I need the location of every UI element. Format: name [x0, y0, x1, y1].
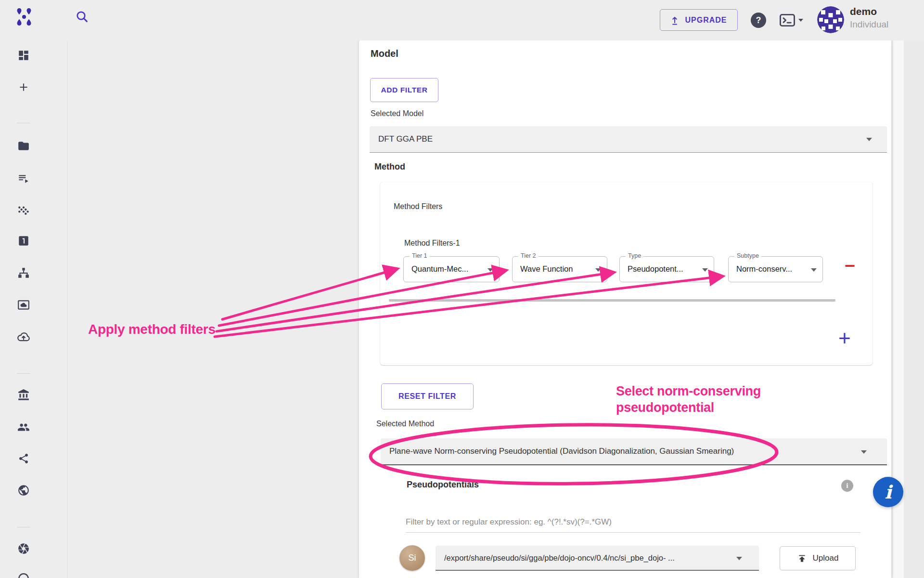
- info-label: i: [847, 482, 848, 490]
- dropdown-caret-icon: [861, 450, 867, 454]
- people-icon: [17, 421, 30, 434]
- reset-filter-button[interactable]: RESET FILTER: [381, 383, 474, 409]
- sidebar-item-dashboard[interactable]: [16, 48, 31, 63]
- shutter-wheel-partial-icon: [17, 572, 30, 578]
- filter-type-value: Pseudopotent...: [628, 264, 683, 274]
- dropdown-caret-icon: [488, 268, 493, 272]
- selected-method-label: Selected Method: [376, 420, 434, 428]
- publish-icon: [797, 553, 807, 564]
- user-avatar[interactable]: [817, 6, 844, 33]
- documentation-info-button[interactable]: i: [873, 477, 903, 507]
- chevron-down-icon: [798, 18, 804, 22]
- upload-label: Upload: [813, 553, 839, 563]
- info-icon[interactable]: i: [841, 480, 853, 492]
- cloud-upload-icon: [17, 330, 30, 343]
- sidebar-item-team[interactable]: [16, 420, 31, 434]
- filter-subtype-value: Norm-conserv...: [736, 264, 792, 274]
- grain-dots-icon: [17, 203, 30, 216]
- sidebar-item-hierarchy[interactable]: [16, 266, 31, 280]
- help-button[interactable]: ?: [751, 13, 766, 28]
- upgrade-button[interactable]: UPGRADE: [660, 9, 738, 31]
- add-filter-label: ADD FILTER: [381, 86, 428, 94]
- sidebar-divider: [17, 123, 30, 123]
- sidebar-item-apps[interactable]: [16, 541, 31, 556]
- model-section-title: Model: [371, 48, 398, 59]
- app-page: UPGRADE ?: [0, 0, 924, 578]
- sidebar-item-cloud-storage[interactable]: [16, 329, 31, 344]
- sidebar-item-projects[interactable]: [16, 139, 31, 153]
- selected-model-label: Selected Model: [371, 109, 424, 118]
- add-filter-row-button[interactable]: +: [838, 328, 851, 349]
- method-filters-group-label: Method Filters-1: [404, 239, 460, 248]
- shutter-wheel-icon: [17, 542, 30, 555]
- filter-tier1-select[interactable]: Tier 1 Quantum-Mec...: [403, 256, 500, 282]
- selected-model-value: DFT GGA PBE: [370, 134, 433, 144]
- help-label: ?: [756, 15, 761, 26]
- filter-subtype-label: Subtype: [734, 252, 761, 259]
- console-menu-button[interactable]: [779, 13, 804, 28]
- dropdown-caret-icon: [811, 268, 817, 272]
- search-icon[interactable]: [75, 10, 90, 24]
- app-logo-icon[interactable]: [14, 7, 34, 27]
- user-plan: Individual: [850, 19, 888, 30]
- top-bar: UPGRADE ?: [0, 0, 924, 40]
- remove-filter-button[interactable]: [845, 265, 855, 267]
- pseudopotential-filter-input[interactable]: [406, 512, 860, 533]
- filter-tier2-label: Tier 2: [518, 252, 539, 259]
- filter-subtype-select[interactable]: Subtype Norm-conserv...: [728, 256, 823, 282]
- media-frame-cloud-icon: [17, 299, 30, 311]
- dropdown-caret-icon: [702, 268, 708, 272]
- playlist-play-icon: [17, 172, 30, 184]
- sidebar-item-jobs[interactable]: [16, 234, 31, 248]
- sidebar-item-organization[interactable]: [16, 388, 31, 402]
- sidebar-item-materials[interactable]: [16, 202, 31, 217]
- add-filter-button[interactable]: ADD FILTER: [370, 78, 438, 102]
- upload-button[interactable]: Upload: [780, 546, 856, 570]
- annotation-apply-filters-text: Apply method filters: [88, 322, 216, 337]
- selected-method-select[interactable]: Plane-wave Norm-conserving Pseudopotenti…: [381, 438, 887, 465]
- element-symbol: Si: [408, 553, 416, 563]
- sidebar-item-public[interactable]: [16, 483, 31, 498]
- upload-arrow-icon: [670, 15, 679, 25]
- upgrade-label: UPGRADE: [685, 16, 727, 25]
- method-section-title: Method: [374, 162, 405, 172]
- identicon-icon: [817, 6, 844, 33]
- method-filters-title: Method Filters: [394, 202, 442, 211]
- sidebar-item-create[interactable]: [16, 80, 31, 94]
- selected-model-select[interactable]: DFT GGA PBE: [370, 126, 887, 153]
- selected-method-value: Plane-wave Norm-conserving Pseudopotenti…: [381, 447, 734, 456]
- pseudopotentials-title: Pseudopotentials: [407, 480, 479, 490]
- looks-one-icon: [17, 235, 30, 247]
- add-icon: [17, 81, 30, 93]
- dropdown-caret-icon: [595, 268, 601, 272]
- dashboard-icon: [17, 49, 30, 62]
- sidebar-item-media[interactable]: [16, 298, 31, 312]
- folder-icon: [17, 140, 30, 152]
- dropdown-caret-icon: [866, 138, 872, 141]
- globe-icon: [17, 484, 30, 497]
- sidebar-divider: [17, 373, 30, 374]
- pseudopotential-path-select[interactable]: /export/share/pseudo/si/gga/pbe/dojo-onc…: [436, 546, 759, 571]
- node-tree-icon: [17, 267, 30, 279]
- filters-scrollbar[interactable]: [389, 299, 835, 301]
- filter-tier2-select[interactable]: Tier 2 Wave Function: [512, 256, 607, 282]
- dropdown-caret-icon: [736, 557, 742, 560]
- element-avatar: Si: [399, 545, 425, 571]
- sidebar-item-sharing[interactable]: [16, 451, 31, 466]
- sidebar-item-workflows[interactable]: [16, 171, 31, 185]
- filter-type-select[interactable]: Type Pseudopotent...: [619, 256, 714, 282]
- filter-type-label: Type: [626, 252, 643, 259]
- pseudopotential-path-value: /export/share/pseudo/si/gga/pbe/dojo-onc…: [436, 553, 675, 563]
- filter-tier2-value: Wave Function: [520, 264, 573, 274]
- bank-icon: [17, 389, 30, 401]
- sidebar-divider: [17, 527, 30, 527]
- filter-tier1-value: Quantum-Mec...: [411, 264, 468, 274]
- user-name: demo: [850, 6, 877, 17]
- filter-tier1-label: Tier 1: [410, 252, 430, 259]
- documentation-info-label: i: [885, 481, 891, 503]
- sidebar-item-more[interactable]: [16, 571, 31, 578]
- reset-filter-label: RESET FILTER: [398, 392, 456, 401]
- share-icon: [18, 453, 29, 464]
- sidebar-rail-divider: [67, 40, 68, 578]
- terminal-icon: [779, 13, 796, 28]
